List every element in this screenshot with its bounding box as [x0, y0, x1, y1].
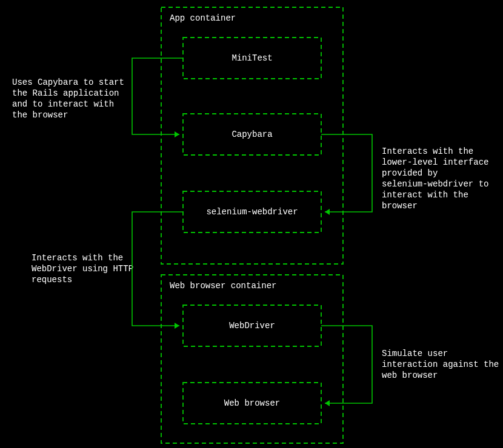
svg-marker-19	[325, 400, 330, 406]
browser-label: Web browser	[224, 398, 280, 408]
svg-text:provided by: provided by	[382, 168, 438, 178]
svg-marker-18	[175, 323, 179, 329]
app-container-label: App container	[170, 13, 236, 23]
note-simulate-user: Simulate user interaction against the we…	[382, 349, 499, 380]
svg-text:lower-level interface: lower-level interface	[382, 157, 488, 167]
svg-text:selenium-webdriver to: selenium-webdriver to	[382, 179, 488, 189]
note-webdriver-http: Interacts with the WebDriver using HTTP …	[32, 253, 133, 285]
note-capybara-start: Uses Capybara to start the Rails applica…	[12, 77, 124, 120]
svg-text:Simulate user: Simulate user	[382, 349, 448, 358]
svg-text:interaction against the: interaction against the	[382, 360, 499, 369]
svg-text:the Rails application: the Rails application	[12, 88, 119, 98]
connector-capybara-selenium	[321, 134, 372, 215]
webdriver-label: WebDriver	[229, 321, 275, 331]
svg-text:browser: browser	[382, 201, 418, 211]
svg-marker-16	[175, 131, 179, 137]
svg-text:Interacts with the: Interacts with the	[32, 253, 123, 263]
capybara-label: Capybara	[232, 130, 272, 139]
svg-marker-17	[325, 209, 330, 215]
svg-text:the browser: the browser	[12, 110, 68, 120]
connector-selenium-webdriver	[132, 212, 183, 329]
architecture-diagram: App container MiniTest Capybara selenium…	[0, 0, 503, 448]
svg-text:interact with the: interact with the	[382, 190, 468, 200]
web-container-label: Web browser container	[170, 281, 276, 291]
web-container-box	[161, 275, 343, 443]
connector-webdriver-browser	[321, 326, 372, 406]
svg-text:web browser: web browser	[382, 371, 438, 380]
svg-text:and to interact with: and to interact with	[12, 99, 114, 109]
svg-text:WebDriver using HTTP: WebDriver using HTTP	[32, 264, 133, 274]
minitest-label: MiniTest	[232, 53, 272, 63]
connector-minitest-capybara	[132, 58, 183, 137]
svg-text:Interacts with the: Interacts with the	[382, 147, 473, 156]
svg-text:Uses Capybara to start: Uses Capybara to start	[12, 77, 124, 87]
note-selenium-interface: Interacts with the lower-level interface…	[382, 147, 488, 211]
svg-text:requests: requests	[32, 275, 72, 285]
selenium-label: selenium-webdriver	[206, 207, 298, 217]
